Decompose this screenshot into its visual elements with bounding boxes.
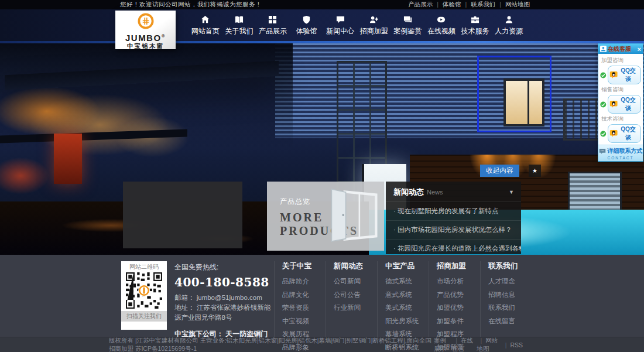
topbar-links: 产品展示 体验馆 联系我们 网站地图 [408,1,530,9]
collapsed-content-panel [123,182,242,248]
window-illustration-icon [326,187,381,243]
topbar-link-products[interactable]: 产品展示 [408,1,433,9]
footer-link[interactable]: 招聘信息 [488,291,524,299]
contact-details-button[interactable]: 详细联系方式 CONTACT [598,145,643,161]
footer-column-products: 中宝产品 德式系统 意式系统 美式系统 阳光房系统 幕墙系统 断桥铝系统 [377,261,429,337]
footer-column-franchise: 招商加盟 市场分析 产品优势 加盟优势 加盟条件 加盟程序 加盟留言 申请表下载 [429,261,480,337]
footer-link[interactable]: 在线留言 [488,317,524,326]
video-icon [437,15,446,24]
hero-louver-wall [275,43,644,138]
bottombar: 版权所有 |江苏中宝建材有限公司 主营业务:铝木阳光房|铝木窗|阳光房|铝包木|… [0,337,644,352]
hero-shutter-door [568,172,622,221]
topbar: 您好！欢迎访问公司网站，我们将竭诚为您服务！ 产品展示 体验馆 联系我们 网站地… [0,0,644,9]
welcome-text: 您好！欢迎访问公司网站，我们将竭诚为您服务！ [120,1,262,9]
footer-link[interactable]: 阳光房系统 [385,317,421,326]
footer-link[interactable]: 加盟优势 [437,303,472,312]
qq-penguin-icon [609,100,618,108]
footer-link[interactable]: 市场分析 [437,277,472,286]
footer-link[interactable]: 行业新闻 [334,303,369,312]
bottombar-links: 案例展示 在线留言 网站地图 RSS [434,337,523,352]
page: 您好！欢迎访问公司网站，我们将竭诚为您服务！ 产品展示 体验馆 联系我们 网站地… [0,0,644,352]
close-icon[interactable]: × [638,46,641,52]
nav-item-news[interactable]: 新闻中心 [323,9,357,41]
hotline-number: 400-180-8588 [174,275,273,289]
bottombar-link-cases[interactable]: 案例展示 [434,337,452,352]
online-service-panel: 在线客服 × 加盟咨询 QQ交谈 销售咨询 QQ交谈 [598,43,643,162]
chat-icon [336,15,345,24]
footer-link[interactable]: 品牌简介 [282,277,318,286]
footer-link[interactable]: 人才理念 [488,277,524,286]
nav-item-cases[interactable]: 案例鉴赏 [391,9,425,41]
online-status-icon [600,131,607,137]
footer-column-news: 新闻动态 公司新闻 公司公告 行业新闻 [326,261,377,337]
nav-item-experience[interactable]: 体验馆 [290,9,324,41]
star-toggle-button[interactable]: ★ [529,165,541,177]
footer-column-contact: 联系我们 人才理念 招聘信息 联系我们 在线留言 [480,261,532,337]
qr-caption: 扫描关注我们 [121,311,167,322]
footer-link[interactable]: 加盟条件 [437,317,472,326]
nav-item-about[interactable]: 关于我们 [222,9,256,41]
news-item[interactable]: 花园阳光房在漫长的道路上必然会遇到各种挑战 [386,239,521,255]
bottombar-link-sitemap[interactable]: 网站地图 [477,337,501,352]
nav-item-service[interactable]: 技术服务 [458,9,492,41]
user-icon [505,15,513,24]
hero-banner: 产品总览 MORE PRODUCTS 新闻动态 News ▼ 现在别墅阳光房的发… [0,43,644,255]
hero-red-pillar [54,134,82,184]
book-icon [235,15,244,24]
footer-link[interactable]: 品牌文化 [282,291,318,299]
navbar: JUMBO® 中宝铝木窗 网站首页 关于我们 产品展示 体验馆 新闻中心 [0,9,644,41]
qq-chat-button-tech[interactable]: QQ交谈 [608,124,641,143]
qr-title: 网站二维码 [121,261,167,272]
footer-link[interactable]: 产品优势 [437,291,472,299]
footer-link[interactable]: 意式系统 [385,291,421,299]
footer-address: 地址： 江苏省张家港妙桥镇新能源产业园兄华路8号 [174,303,273,323]
logo[interactable]: JUMBO® 中宝铝木窗 [115,11,176,49]
hero-highlight-box [477,56,551,132]
news-item[interactable]: 国内市场花园阳光房发展状况怎么样？ [386,220,521,239]
footer-link[interactable]: 德式系统 [385,277,421,286]
qr-code [126,272,162,309]
nav-item-hr[interactable]: 人力资源 [492,9,526,41]
footer-link[interactable]: 美式系统 [385,303,421,312]
qq-chat-button-sales[interactable]: QQ交谈 [608,95,641,114]
hero-roof-2 [0,129,187,143]
footer-link[interactable]: 联系我们 [488,303,524,312]
logo-subtitle: 中宝铝木窗 [115,42,176,50]
qq-penguin-icon [609,129,618,138]
qq-chat-button-franchise[interactable]: QQ交谈 [608,66,641,84]
more-products-panel[interactable]: 产品总览 MORE PRODUCTS [267,182,384,251]
footer-link[interactable]: 荣誉资质 [282,303,318,312]
online-status-icon [600,72,607,78]
grid-icon [268,15,277,24]
footer-columns: 关于中宝 品牌简介 品牌文化 荣誉资质 中宝视频 发展历程 品牌形象 新闻动态 … [274,261,532,337]
qq-penguin-icon [609,71,618,79]
qr-box: 网站二维码 [121,261,167,330]
collapse-content-button[interactable]: 收起内容 [480,165,519,177]
nav-item-home[interactable]: 网站首页 [189,9,222,41]
star-icon: ★ [532,168,537,174]
main-nav: 网站首页 关于我们 产品展示 体验馆 新闻中心 招商加盟 [189,9,526,41]
hero-roof [5,61,279,91]
footer-link[interactable]: 公司新闻 [334,277,369,286]
nav-item-products[interactable]: 产品展示 [256,9,290,41]
topbar-link-sitemap[interactable]: 网站地图 [495,1,530,9]
service-panel-body: 加盟咨询 QQ交谈 销售咨询 QQ交谈 技术咨询 [598,54,643,145]
service-panel-header: 在线客服 × [598,44,643,54]
footer-email: 邮箱： jumbo@51jumbo.com [174,293,273,303]
news-panel-subtitle: News [427,189,443,196]
briefcase-icon [471,15,479,24]
topbar-link-contact[interactable]: 联系我们 [461,1,496,9]
chevron-down-icon[interactable]: ▼ [509,189,514,195]
news-item[interactable]: 现在别墅阳光房的发展有了新特点 [386,201,521,220]
footer-link[interactable]: 中宝视频 [282,317,318,326]
topbar-link-experience[interactable]: 体验馆 [433,1,461,9]
service-section-label: 销售咨询 [601,86,641,94]
footer-link[interactable]: 公司公告 [334,291,369,299]
hotline-label: 全国免费热线: [174,262,273,272]
bottombar-link-rss[interactable]: RSS [502,341,523,348]
nav-item-video[interactable]: 在线视频 [424,9,458,41]
nav-item-franchise[interactable]: 招商加盟 [357,9,391,41]
bottombar-link-message[interactable]: 在线留言 [452,337,477,352]
online-status-icon [600,101,607,108]
service-panel-title: 在线客服 [608,45,631,53]
